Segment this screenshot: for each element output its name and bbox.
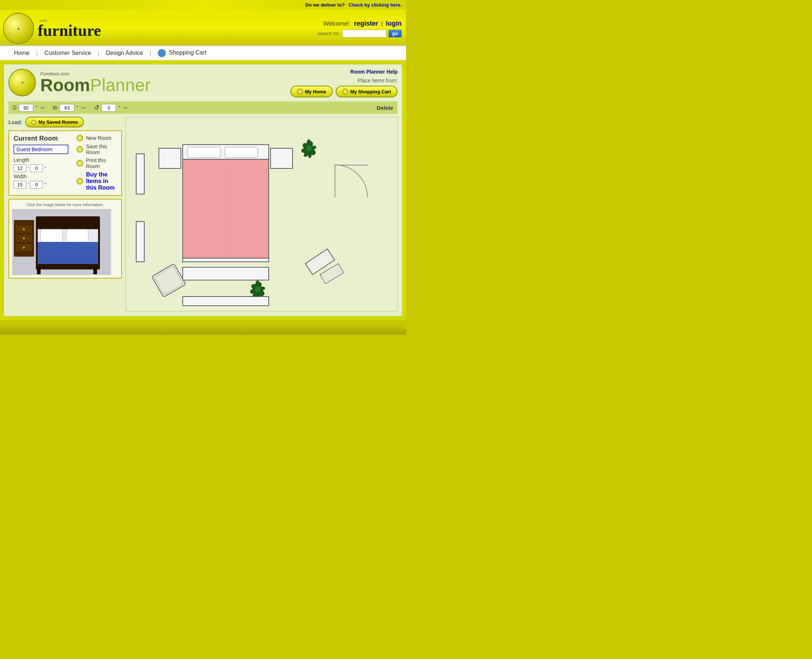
auth-sep: | — [381, 20, 383, 27]
cr-actions: New Room Save this Room Print this Room — [77, 135, 117, 191]
my-home-button[interactable]: My Home — [290, 86, 333, 98]
rp-branding: ★ Furniture.com RoomPlanner — [8, 69, 150, 96]
svg-rect-11 — [41, 229, 63, 242]
svg-rect-38 — [183, 296, 269, 306]
length-label: Length — [14, 157, 30, 163]
tools-row: D " ↔ W " ↔ ↺ ° ↔ Delete — [8, 101, 397, 114]
d-unit: " — [36, 105, 37, 110]
logo-area: ● .com furniture — [3, 13, 101, 44]
login-link[interactable]: login — [386, 20, 402, 27]
width-ft-input[interactable] — [14, 181, 26, 189]
cart-icon — [158, 49, 166, 57]
width-label: Width — [14, 173, 30, 180]
svg-point-29 — [306, 145, 312, 151]
length-in-input[interactable] — [30, 164, 43, 172]
nav-shopping-cart[interactable]: Shopping Cart — [151, 49, 213, 57]
delivery-bar: Do we deliver to? Check by clicking here… — [0, 0, 406, 10]
nav-home[interactable]: Home — [7, 50, 36, 57]
delivery-label: Do we deliver to? — [305, 2, 345, 8]
rp-room-text: Room — [40, 76, 90, 95]
current-room-title: Current Room — [14, 135, 68, 142]
room-svg — [126, 117, 397, 311]
width-in-input[interactable] — [30, 181, 43, 189]
navbar: Home | Customer Service | Design Advice … — [0, 46, 406, 60]
buy-items-row: Buy the Items in this Room — [77, 171, 117, 191]
welcome-text: Welcome! — [323, 20, 349, 27]
my-home-icon — [297, 88, 303, 95]
length-ft-input[interactable] — [14, 164, 26, 172]
svg-rect-37 — [136, 221, 144, 262]
current-room-left: Current Room Length ' " — [14, 135, 68, 191]
room-name-input[interactable] — [14, 145, 68, 154]
buy-items-icon — [77, 178, 83, 184]
svg-rect-27 — [271, 148, 293, 169]
svg-rect-36 — [136, 154, 144, 194]
svg-point-6 — [23, 237, 25, 240]
rp-right: Room Planner Help Place Items from: My H… — [290, 69, 397, 98]
w-input[interactable] — [60, 104, 74, 112]
rp-planner-text: Planner — [90, 76, 150, 95]
width-inputs: ' " — [14, 181, 68, 189]
svg-rect-23 — [225, 147, 258, 158]
nav-design-advice[interactable]: Design Advice — [99, 50, 149, 57]
search-input[interactable] — [342, 30, 386, 37]
length-ft-unit: ' — [28, 166, 28, 171]
rp-help-link[interactable]: Room Planner Help — [290, 69, 397, 75]
save-room-row: Save this Room — [77, 143, 117, 155]
length-inputs: ' " — [14, 164, 68, 172]
nav-customer-service[interactable]: Customer Service — [38, 50, 98, 57]
d-input[interactable] — [19, 104, 33, 112]
new-room-icon — [77, 135, 83, 141]
print-room-label[interactable]: Print this Room — [86, 158, 117, 169]
svg-rect-30 — [183, 267, 269, 280]
buy-items-label[interactable]: Buy the Items in this Room — [86, 171, 117, 191]
save-room-label[interactable]: Save this Room — [86, 143, 117, 155]
search-bar: search for: go — [318, 30, 402, 37]
svg-rect-13 — [38, 242, 98, 268]
register-link[interactable]: register — [354, 20, 378, 27]
header-right: Welcome! register | login search for: go — [318, 20, 402, 37]
bed-svg — [12, 209, 111, 275]
rotate-input[interactable] — [101, 104, 116, 112]
w-label: W — [53, 105, 57, 110]
my-saved-rooms-button[interactable]: My Saved Rooms — [25, 117, 84, 128]
d-label: D — [13, 105, 16, 110]
room-canvas[interactable] — [126, 117, 397, 312]
header: ● .com furniture Welcome! register | log… — [0, 10, 406, 46]
svg-point-5 — [23, 228, 25, 230]
room-planner-container: ★ Furniture.com RoomPlanner Room Planner… — [4, 64, 402, 316]
search-label: search for: — [318, 31, 340, 36]
tool-group-rotate: ↺ ° ↔ — [94, 104, 128, 112]
svg-rect-26 — [159, 148, 181, 169]
delivery-link[interactable]: Check by clicking here. — [348, 2, 402, 8]
tool-group-d: D " ↔ — [13, 104, 46, 112]
auth-links: Welcome! register | login — [318, 20, 402, 27]
svg-rect-12 — [66, 229, 88, 242]
search-go-button[interactable]: go — [388, 30, 402, 37]
footer-bar — [0, 324, 406, 335]
my-shopping-cart-button[interactable]: My Shopping Cart — [336, 86, 397, 98]
rp-header: ★ Furniture.com RoomPlanner Room Planner… — [8, 69, 397, 98]
tool-group-w: W " ↔ — [53, 104, 87, 112]
rotate-icon: ↺ — [94, 104, 99, 112]
load-section: Load: My Saved Rooms — [8, 117, 122, 128]
preview-box: Click the image below for more informati… — [8, 199, 122, 279]
rp-logo-oval: ★ — [8, 69, 36, 96]
preview-image[interactable] — [12, 209, 111, 275]
current-room-box: Current Room Length ' " — [8, 130, 122, 196]
svg-point-31 — [255, 286, 261, 292]
rotate-arrow: ↔ — [123, 104, 128, 111]
left-panel: Load: My Saved Rooms Current Room — [8, 117, 122, 312]
rotate-unit: ° — [118, 105, 120, 110]
logo-main: furniture — [38, 23, 101, 39]
current-room-inner: Current Room Length ' " — [14, 135, 117, 191]
svg-rect-18 — [93, 268, 97, 274]
new-room-label[interactable]: New Room — [86, 135, 111, 141]
delete-button[interactable]: Delete — [377, 105, 393, 111]
cr-fields: Length ' " Width — [14, 157, 68, 189]
svg-point-7 — [23, 246, 25, 249]
load-label: Load: — [8, 119, 22, 125]
place-buttons: My Home My Shopping Cart — [290, 86, 397, 98]
main-content: ★ Furniture.com RoomPlanner Room Planner… — [0, 60, 406, 320]
place-items-label: Place Items from: — [290, 77, 397, 84]
